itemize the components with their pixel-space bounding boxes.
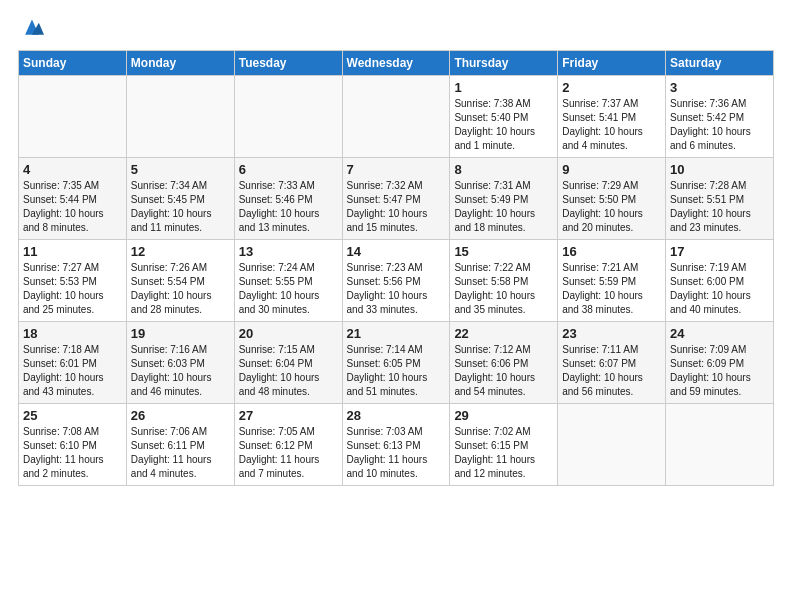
day-cell <box>666 404 774 486</box>
day-cell: 6Sunrise: 7:33 AM Sunset: 5:46 PM Daylig… <box>234 158 342 240</box>
day-number: 1 <box>454 80 553 95</box>
day-cell: 14Sunrise: 7:23 AM Sunset: 5:56 PM Dayli… <box>342 240 450 322</box>
day-header-saturday: Saturday <box>666 51 774 76</box>
day-info: Sunrise: 7:03 AM Sunset: 6:13 PM Dayligh… <box>347 425 446 481</box>
day-info: Sunrise: 7:14 AM Sunset: 6:05 PM Dayligh… <box>347 343 446 399</box>
day-cell: 24Sunrise: 7:09 AM Sunset: 6:09 PM Dayli… <box>666 322 774 404</box>
header <box>18 16 774 40</box>
day-cell <box>558 404 666 486</box>
day-cell: 3Sunrise: 7:36 AM Sunset: 5:42 PM Daylig… <box>666 76 774 158</box>
page: SundayMondayTuesdayWednesdayThursdayFrid… <box>0 0 792 496</box>
day-number: 15 <box>454 244 553 259</box>
day-cell: 21Sunrise: 7:14 AM Sunset: 6:05 PM Dayli… <box>342 322 450 404</box>
day-number: 12 <box>131 244 230 259</box>
day-info: Sunrise: 7:26 AM Sunset: 5:54 PM Dayligh… <box>131 261 230 317</box>
day-cell: 28Sunrise: 7:03 AM Sunset: 6:13 PM Dayli… <box>342 404 450 486</box>
logo <box>18 16 44 40</box>
day-info: Sunrise: 7:28 AM Sunset: 5:51 PM Dayligh… <box>670 179 769 235</box>
day-info: Sunrise: 7:31 AM Sunset: 5:49 PM Dayligh… <box>454 179 553 235</box>
day-info: Sunrise: 7:05 AM Sunset: 6:12 PM Dayligh… <box>239 425 338 481</box>
day-number: 9 <box>562 162 661 177</box>
week-row-1: 1Sunrise: 7:38 AM Sunset: 5:40 PM Daylig… <box>19 76 774 158</box>
calendar-table: SundayMondayTuesdayWednesdayThursdayFrid… <box>18 50 774 486</box>
week-row-3: 11Sunrise: 7:27 AM Sunset: 5:53 PM Dayli… <box>19 240 774 322</box>
day-cell: 2Sunrise: 7:37 AM Sunset: 5:41 PM Daylig… <box>558 76 666 158</box>
day-cell <box>126 76 234 158</box>
day-number: 29 <box>454 408 553 423</box>
day-number: 20 <box>239 326 338 341</box>
day-info: Sunrise: 7:27 AM Sunset: 5:53 PM Dayligh… <box>23 261 122 317</box>
day-number: 28 <box>347 408 446 423</box>
day-info: Sunrise: 7:11 AM Sunset: 6:07 PM Dayligh… <box>562 343 661 399</box>
day-header-sunday: Sunday <box>19 51 127 76</box>
day-cell: 12Sunrise: 7:26 AM Sunset: 5:54 PM Dayli… <box>126 240 234 322</box>
day-cell: 22Sunrise: 7:12 AM Sunset: 6:06 PM Dayli… <box>450 322 558 404</box>
day-info: Sunrise: 7:23 AM Sunset: 5:56 PM Dayligh… <box>347 261 446 317</box>
day-cell: 27Sunrise: 7:05 AM Sunset: 6:12 PM Dayli… <box>234 404 342 486</box>
day-info: Sunrise: 7:06 AM Sunset: 6:11 PM Dayligh… <box>131 425 230 481</box>
day-cell: 25Sunrise: 7:08 AM Sunset: 6:10 PM Dayli… <box>19 404 127 486</box>
day-info: Sunrise: 7:35 AM Sunset: 5:44 PM Dayligh… <box>23 179 122 235</box>
day-info: Sunrise: 7:12 AM Sunset: 6:06 PM Dayligh… <box>454 343 553 399</box>
day-number: 26 <box>131 408 230 423</box>
day-number: 19 <box>131 326 230 341</box>
day-number: 5 <box>131 162 230 177</box>
day-header-wednesday: Wednesday <box>342 51 450 76</box>
day-number: 23 <box>562 326 661 341</box>
day-info: Sunrise: 7:24 AM Sunset: 5:55 PM Dayligh… <box>239 261 338 317</box>
day-cell: 15Sunrise: 7:22 AM Sunset: 5:58 PM Dayli… <box>450 240 558 322</box>
day-number: 18 <box>23 326 122 341</box>
day-number: 11 <box>23 244 122 259</box>
day-number: 22 <box>454 326 553 341</box>
day-number: 3 <box>670 80 769 95</box>
day-cell: 17Sunrise: 7:19 AM Sunset: 6:00 PM Dayli… <box>666 240 774 322</box>
day-number: 21 <box>347 326 446 341</box>
day-info: Sunrise: 7:36 AM Sunset: 5:42 PM Dayligh… <box>670 97 769 153</box>
day-cell: 1Sunrise: 7:38 AM Sunset: 5:40 PM Daylig… <box>450 76 558 158</box>
day-cell: 5Sunrise: 7:34 AM Sunset: 5:45 PM Daylig… <box>126 158 234 240</box>
header-row: SundayMondayTuesdayWednesdayThursdayFrid… <box>19 51 774 76</box>
day-cell <box>342 76 450 158</box>
day-info: Sunrise: 7:33 AM Sunset: 5:46 PM Dayligh… <box>239 179 338 235</box>
week-row-2: 4Sunrise: 7:35 AM Sunset: 5:44 PM Daylig… <box>19 158 774 240</box>
day-info: Sunrise: 7:32 AM Sunset: 5:47 PM Dayligh… <box>347 179 446 235</box>
day-cell: 11Sunrise: 7:27 AM Sunset: 5:53 PM Dayli… <box>19 240 127 322</box>
day-number: 4 <box>23 162 122 177</box>
day-cell <box>234 76 342 158</box>
day-header-tuesday: Tuesday <box>234 51 342 76</box>
week-row-4: 18Sunrise: 7:18 AM Sunset: 6:01 PM Dayli… <box>19 322 774 404</box>
day-cell: 9Sunrise: 7:29 AM Sunset: 5:50 PM Daylig… <box>558 158 666 240</box>
day-info: Sunrise: 7:19 AM Sunset: 6:00 PM Dayligh… <box>670 261 769 317</box>
day-info: Sunrise: 7:38 AM Sunset: 5:40 PM Dayligh… <box>454 97 553 153</box>
day-header-thursday: Thursday <box>450 51 558 76</box>
day-cell: 26Sunrise: 7:06 AM Sunset: 6:11 PM Dayli… <box>126 404 234 486</box>
day-info: Sunrise: 7:09 AM Sunset: 6:09 PM Dayligh… <box>670 343 769 399</box>
day-cell: 7Sunrise: 7:32 AM Sunset: 5:47 PM Daylig… <box>342 158 450 240</box>
day-cell: 16Sunrise: 7:21 AM Sunset: 5:59 PM Dayli… <box>558 240 666 322</box>
day-info: Sunrise: 7:22 AM Sunset: 5:58 PM Dayligh… <box>454 261 553 317</box>
day-number: 17 <box>670 244 769 259</box>
day-number: 14 <box>347 244 446 259</box>
day-info: Sunrise: 7:15 AM Sunset: 6:04 PM Dayligh… <box>239 343 338 399</box>
day-number: 25 <box>23 408 122 423</box>
day-info: Sunrise: 7:16 AM Sunset: 6:03 PM Dayligh… <box>131 343 230 399</box>
day-number: 10 <box>670 162 769 177</box>
day-info: Sunrise: 7:29 AM Sunset: 5:50 PM Dayligh… <box>562 179 661 235</box>
day-number: 16 <box>562 244 661 259</box>
day-number: 8 <box>454 162 553 177</box>
day-cell: 13Sunrise: 7:24 AM Sunset: 5:55 PM Dayli… <box>234 240 342 322</box>
day-number: 6 <box>239 162 338 177</box>
day-header-monday: Monday <box>126 51 234 76</box>
day-cell: 19Sunrise: 7:16 AM Sunset: 6:03 PM Dayli… <box>126 322 234 404</box>
day-header-friday: Friday <box>558 51 666 76</box>
day-cell: 23Sunrise: 7:11 AM Sunset: 6:07 PM Dayli… <box>558 322 666 404</box>
day-cell <box>19 76 127 158</box>
day-info: Sunrise: 7:34 AM Sunset: 5:45 PM Dayligh… <box>131 179 230 235</box>
logo-icon <box>20 16 44 40</box>
day-cell: 10Sunrise: 7:28 AM Sunset: 5:51 PM Dayli… <box>666 158 774 240</box>
day-info: Sunrise: 7:18 AM Sunset: 6:01 PM Dayligh… <box>23 343 122 399</box>
day-cell: 29Sunrise: 7:02 AM Sunset: 6:15 PM Dayli… <box>450 404 558 486</box>
day-cell: 18Sunrise: 7:18 AM Sunset: 6:01 PM Dayli… <box>19 322 127 404</box>
day-cell: 8Sunrise: 7:31 AM Sunset: 5:49 PM Daylig… <box>450 158 558 240</box>
day-cell: 4Sunrise: 7:35 AM Sunset: 5:44 PM Daylig… <box>19 158 127 240</box>
